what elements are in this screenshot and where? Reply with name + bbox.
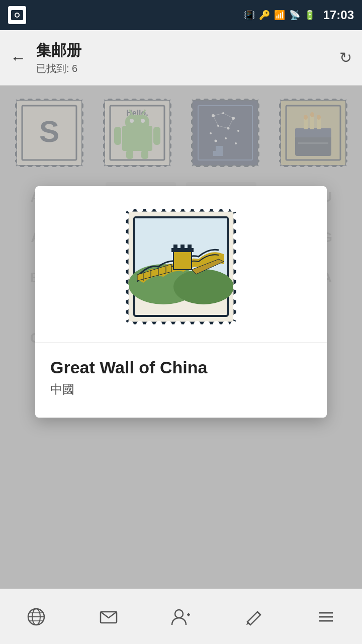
nav-mail[interactable]	[88, 597, 129, 637]
photo-icon	[8, 6, 26, 24]
signal-icon: 📡	[289, 10, 300, 21]
status-bar-left	[8, 6, 26, 24]
stamp-detail-modal: CN	[35, 186, 327, 418]
svg-rect-340	[173, 245, 177, 249]
back-button[interactable]: ←	[10, 50, 26, 66]
bottom-nav	[0, 589, 362, 644]
modal-stamp-subtitle: 中國	[50, 381, 312, 397]
found-count: 已找到: 6	[36, 62, 339, 75]
page-title: 集邮册	[36, 40, 339, 61]
title-area: 集邮册 已找到: 6	[36, 40, 339, 75]
wifi-icon: 📶	[274, 10, 285, 21]
key-icon: 🔑	[259, 10, 270, 21]
vibrate-icon: 📳	[244, 10, 255, 21]
status-bar-right: 📳 🔑 📶 📡 🔋 17:03	[244, 8, 354, 22]
time-display: 17:03	[323, 8, 354, 22]
refresh-button[interactable]: ↻	[339, 49, 352, 66]
menu-icon	[316, 607, 336, 627]
pencil-icon	[243, 607, 263, 627]
top-bar: ← 集邮册 已找到: 6 ↻	[0, 30, 362, 86]
nav-edit[interactable]	[233, 597, 274, 637]
svg-point-2	[16, 14, 19, 17]
battery-icon: 🔋	[304, 10, 315, 21]
nav-add-user[interactable]	[161, 597, 201, 637]
svg-rect-341	[180, 245, 185, 249]
modal-info: Great Wall of China 中國	[35, 343, 327, 418]
svg-rect-338	[173, 251, 192, 270]
svg-rect-342	[188, 245, 192, 249]
mail-icon	[99, 607, 119, 627]
nav-menu[interactable]	[306, 597, 346, 637]
main-content: S	[0, 86, 362, 589]
modal-stamp-area: CN	[35, 186, 327, 343]
status-bar: 📳 🔑 📶 📡 🔋 17:03	[0, 0, 362, 30]
nav-globe[interactable]	[16, 597, 56, 637]
add-user-icon	[171, 607, 191, 627]
globe-icon	[26, 607, 46, 627]
svg-point-337	[173, 269, 234, 304]
svg-point-353	[175, 610, 183, 618]
modal-stamp-title: Great Wall of China	[50, 358, 312, 377]
